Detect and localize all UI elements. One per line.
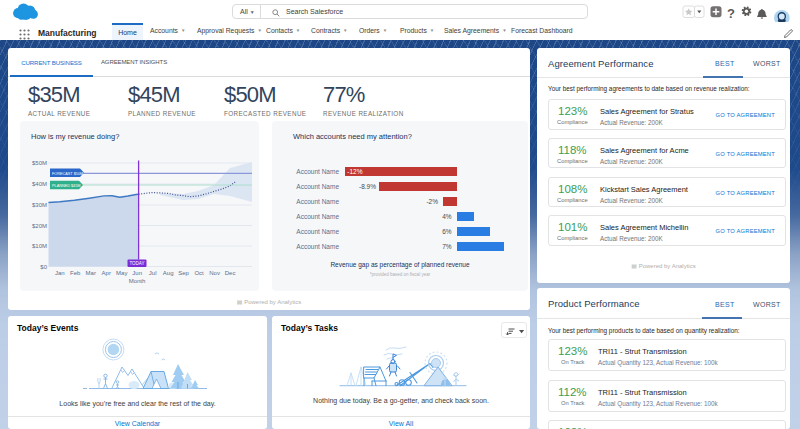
svg-text:Sep: Sep xyxy=(178,270,189,276)
svg-text:Jan: Jan xyxy=(55,270,65,276)
svg-text:May: May xyxy=(116,270,127,276)
svg-text:TODAY: TODAY xyxy=(129,261,144,266)
svg-text:Oct: Oct xyxy=(194,270,204,276)
svg-text:Apr: Apr xyxy=(102,270,111,276)
svg-text:Jul: Jul xyxy=(149,270,157,276)
svg-text:Month: Month xyxy=(129,278,146,284)
svg-text:Dec: Dec xyxy=(225,270,236,276)
svg-text:?: ? xyxy=(727,6,735,21)
svg-text:PLANNED $45M: PLANNED $45M xyxy=(52,184,81,188)
svg-text:$50M: $50M xyxy=(32,160,47,166)
svg-text:FORECAST $50M: FORECAST $50M xyxy=(52,172,83,176)
svg-text:$0: $0 xyxy=(40,264,47,270)
svg-text:Mar: Mar xyxy=(86,270,96,276)
svg-text:Nov: Nov xyxy=(209,270,220,276)
svg-text:Jun: Jun xyxy=(132,270,142,276)
svg-text:$30M: $30M xyxy=(32,202,47,208)
svg-text:$40M: $40M xyxy=(32,181,47,187)
svg-text:$20M: $20M xyxy=(32,223,47,229)
svg-text:Aug: Aug xyxy=(163,270,174,276)
svg-text:$10M: $10M xyxy=(32,243,47,249)
svg-text:Feb: Feb xyxy=(70,270,81,276)
